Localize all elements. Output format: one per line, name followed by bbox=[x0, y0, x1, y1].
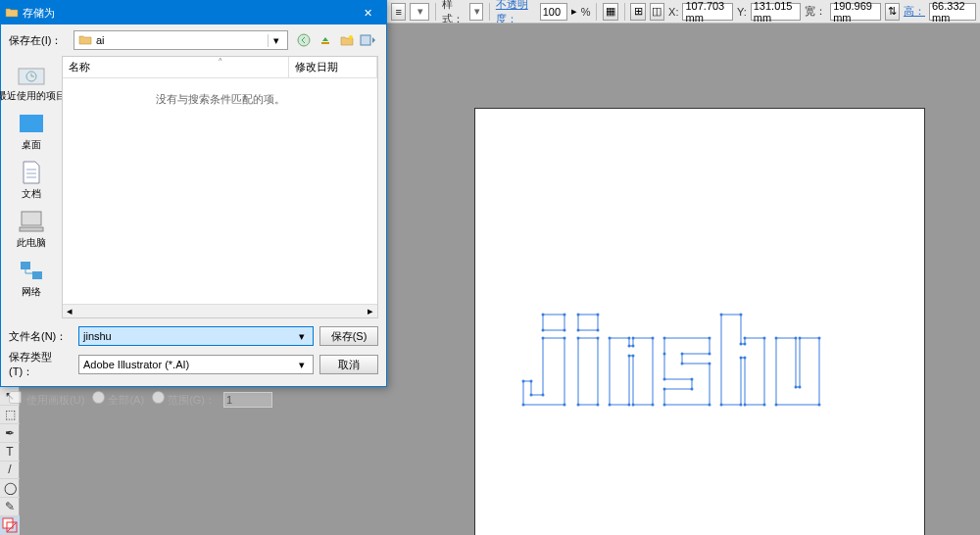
savein-combo[interactable]: ai ▾ bbox=[74, 30, 288, 50]
link-wh-icon[interactable]: ⇅ bbox=[885, 3, 900, 21]
all-radio: 全部(A) bbox=[92, 391, 144, 408]
svg-point-52 bbox=[720, 404, 723, 407]
svg-rect-81 bbox=[32, 271, 42, 279]
svg-point-14 bbox=[542, 394, 545, 397]
svg-point-26 bbox=[652, 337, 655, 340]
artboard-options: 使用画板(U) 全部(A) 范围(G)： bbox=[1, 387, 386, 412]
tool-pen[interactable]: ✒ bbox=[0, 424, 20, 443]
filetype-label: 保存类型(T)： bbox=[9, 350, 73, 379]
svg-point-53 bbox=[740, 404, 743, 407]
svg-point-28 bbox=[628, 404, 631, 407]
svg-point-11 bbox=[522, 380, 525, 383]
doc-setup-icon[interactable]: ≡ bbox=[391, 3, 406, 21]
svg-point-51 bbox=[763, 337, 766, 340]
svg-point-10 bbox=[522, 404, 525, 407]
column-name[interactable]: 名称 bbox=[63, 57, 289, 77]
svg-point-67 bbox=[799, 386, 802, 389]
svg-point-33 bbox=[628, 355, 631, 358]
place-network[interactable]: 网络 bbox=[14, 256, 49, 301]
view-menu-button[interactable] bbox=[359, 30, 378, 50]
svg-point-39 bbox=[681, 363, 684, 365]
h-label: 高： bbox=[904, 4, 925, 19]
svg-point-35 bbox=[663, 337, 666, 340]
save-as-dialog: 存储为 ✕ 保存在(I)： ai ▾ 最近使用的项目 桌面 bbox=[0, 0, 387, 387]
tool-type[interactable]: T bbox=[0, 443, 20, 462]
svg-point-12 bbox=[530, 380, 533, 383]
chevron-down-icon[interactable]: ▾ bbox=[295, 359, 309, 371]
place-desktop[interactable]: 桌面 bbox=[14, 109, 49, 154]
up-button[interactable] bbox=[316, 30, 335, 50]
transform-icon[interactable]: ⊞ bbox=[630, 3, 645, 21]
dialog-titlebar[interactable]: 存储为 ✕ bbox=[1, 1, 386, 24]
svg-rect-79 bbox=[20, 227, 43, 231]
chevron-down-icon[interactable]: ▾ bbox=[295, 330, 309, 343]
svg-point-36 bbox=[709, 337, 711, 340]
dialog-title: 存储为 bbox=[23, 6, 353, 21]
save-button[interactable]: 保存(S) bbox=[319, 326, 378, 346]
preset-select[interactable]: ▾ bbox=[410, 3, 428, 21]
svg-point-7 bbox=[542, 337, 545, 340]
svg-point-6 bbox=[564, 329, 566, 332]
svg-rect-68 bbox=[3, 518, 13, 528]
svg-point-43 bbox=[691, 378, 694, 381]
place-recent[interactable]: 最近使用的项目 bbox=[0, 60, 68, 105]
filename-label: 文件名(N)： bbox=[9, 329, 73, 344]
folder-icon bbox=[78, 33, 92, 47]
h-input[interactable]: 66.332 mm bbox=[929, 3, 976, 21]
property-bar: ≡ ▾ 样式： ▾ 不透明度： 100 ▸ % ▦ ⊞ ◫ X: 107.703… bbox=[387, 0, 980, 24]
file-list[interactable]: ˄ 名称 修改日期 没有与搜索条件匹配的项。 ◂ ▸ bbox=[62, 56, 378, 318]
back-button[interactable] bbox=[294, 30, 314, 50]
filename-input[interactable]: jinshu▾ bbox=[78, 326, 314, 346]
svg-point-60 bbox=[775, 337, 778, 340]
anchor-icon[interactable]: ◫ bbox=[650, 3, 664, 21]
svg-point-16 bbox=[597, 314, 600, 316]
svg-point-38 bbox=[681, 353, 684, 356]
w-input[interactable]: 190.969 mm bbox=[830, 3, 880, 21]
place-documents[interactable]: 文档 bbox=[14, 158, 49, 203]
align-icon[interactable]: ▦ bbox=[603, 3, 617, 21]
opacity-input[interactable]: 100 bbox=[540, 3, 567, 21]
svg-point-34 bbox=[632, 355, 635, 358]
scroll-left-icon[interactable]: ◂ bbox=[63, 305, 76, 317]
vector-art-jinshu[interactable] bbox=[510, 313, 902, 469]
chevron-down-icon[interactable]: ▾ bbox=[268, 34, 283, 47]
style-select[interactable]: ▾ bbox=[469, 3, 483, 21]
y-label: Y: bbox=[737, 6, 747, 18]
svg-rect-78 bbox=[22, 212, 41, 225]
svg-point-17 bbox=[577, 329, 580, 332]
column-date[interactable]: 修改日期 bbox=[289, 57, 377, 77]
close-button[interactable]: ✕ bbox=[353, 1, 382, 24]
svg-point-15 bbox=[577, 314, 580, 316]
svg-rect-0 bbox=[543, 315, 564, 330]
h-scrollbar[interactable]: ◂ ▸ bbox=[63, 304, 377, 317]
x-input[interactable]: 107.703 mm bbox=[682, 3, 732, 21]
svg-point-57 bbox=[744, 343, 747, 346]
svg-point-31 bbox=[628, 345, 631, 348]
svg-rect-77 bbox=[20, 115, 43, 132]
range-input[interactable] bbox=[223, 392, 272, 408]
svg-point-29 bbox=[632, 404, 635, 407]
svg-point-20 bbox=[597, 337, 600, 340]
tool-brush[interactable]: ✎ bbox=[0, 498, 20, 516]
tool-fill-swap[interactable] bbox=[0, 516, 20, 535]
svg-point-18 bbox=[597, 329, 600, 332]
use-artboard-check[interactable]: 使用画板(U) bbox=[9, 391, 84, 408]
svg-rect-72 bbox=[321, 42, 329, 44]
cancel-button[interactable]: 取消 bbox=[319, 355, 378, 374]
place-thispc[interactable]: 此电脑 bbox=[14, 207, 49, 252]
savein-label: 保存在(I)： bbox=[9, 33, 68, 48]
tool-line[interactable]: / bbox=[0, 462, 20, 480]
folder-icon bbox=[5, 6, 19, 20]
svg-point-50 bbox=[744, 337, 747, 340]
svg-point-8 bbox=[564, 337, 566, 340]
svg-point-23 bbox=[609, 337, 612, 340]
scroll-right-icon[interactable]: ▸ bbox=[364, 305, 377, 317]
tool-shape[interactable]: ◯ bbox=[0, 479, 20, 498]
svg-rect-1 bbox=[578, 315, 598, 330]
sort-indicator-icon: ˄ bbox=[218, 57, 223, 70]
y-input[interactable]: 131.015 mm bbox=[751, 3, 801, 21]
opacity-stepper-icon[interactable]: ▸ bbox=[571, 5, 577, 18]
filetype-select[interactable]: Adobe Illustrator (*.AI)▾ bbox=[78, 355, 314, 374]
svg-point-22 bbox=[597, 404, 600, 407]
new-folder-button[interactable] bbox=[337, 30, 357, 50]
